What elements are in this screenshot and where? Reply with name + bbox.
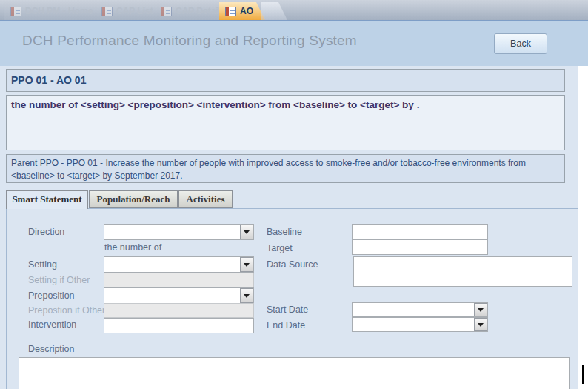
static-the-number-of: the number of [104, 242, 161, 253]
end-date-dropdown-button[interactable] [474, 318, 487, 331]
tab-activities[interactable]: Activities [178, 190, 233, 208]
page-title: DCH Performance Monitoring and Reporting… [22, 33, 357, 49]
direction-label: Direction [28, 227, 64, 237]
window-background [578, 66, 588, 389]
form-icon [161, 7, 172, 16]
form-header: DCH Performance Monitoring and Reporting… [0, 21, 588, 66]
setting-if-other-field [104, 273, 254, 287]
text-cursor-artifact [582, 365, 584, 384]
intervention-field[interactable] [104, 318, 254, 333]
document-tab-bar: DCH PM - Home CAP List CAP Details AO [0, 0, 588, 21]
record-id-box: PPO 01 - AO 01 [6, 69, 565, 92]
intervention-label: Intervention [28, 319, 76, 330]
chevron-down-icon [244, 263, 250, 267]
tab-smart-statement[interactable]: Smart Statement [6, 190, 88, 209]
setting-combobox[interactable] [104, 256, 254, 273]
preposition-input[interactable] [104, 288, 239, 303]
form-icon [225, 7, 236, 16]
start-date-input[interactable] [353, 303, 473, 316]
form-icon [10, 7, 21, 16]
smart-statement-box: the number of <setting> <preposition> <i… [6, 95, 565, 150]
doc-tab-label: AO [240, 6, 253, 16]
preposition-combobox[interactable] [104, 287, 254, 304]
doc-tab-label: CAP List [116, 6, 153, 16]
end-date-label: End Date [267, 320, 305, 330]
data-source-label: Data Source [267, 259, 318, 270]
start-date-label: Start Date [267, 305, 308, 315]
preposition-dropdown-button[interactable] [240, 288, 253, 303]
end-date-combobox[interactable] [352, 317, 488, 332]
direction-dropdown-button[interactable] [240, 225, 253, 239]
doc-tab-label: DCH PM - Home [25, 6, 93, 16]
doc-tab-cap-list[interactable]: CAP List [96, 2, 165, 20]
setting-label: Setting [28, 259, 57, 270]
chevron-down-icon [478, 323, 484, 327]
doc-tab-dch-pm-home[interactable]: DCH PM - Home [4, 2, 104, 20]
setting-if-other-label: Setting if Other [28, 275, 90, 285]
tab-population-reach[interactable]: Population/Reach [89, 190, 178, 208]
form-icon [101, 7, 113, 16]
chevron-down-icon [478, 308, 484, 312]
doc-tab-ao[interactable]: AO [219, 2, 265, 20]
end-date-input[interactable] [353, 318, 473, 331]
description-field[interactable] [19, 357, 570, 389]
prepostion-if-other-field [104, 303, 254, 318]
doc-tab-label: CAP Details [176, 6, 226, 16]
prepostion-if-other-label: Prepostion if Other [28, 305, 105, 316]
baseline-field[interactable] [352, 224, 488, 239]
description-label: Description [28, 344, 75, 354]
setting-dropdown-button[interactable] [240, 257, 253, 272]
start-date-dropdown-button[interactable] [474, 303, 487, 316]
data-source-field[interactable] [353, 256, 572, 287]
setting-input[interactable] [104, 257, 239, 272]
baseline-label: Baseline [267, 227, 302, 237]
start-date-combobox[interactable] [352, 302, 488, 317]
direction-input[interactable] [104, 225, 239, 239]
chevron-down-icon [244, 230, 250, 234]
back-button[interactable]: Back [494, 33, 547, 54]
target-label: Target [267, 243, 293, 253]
tab-strip-edge [261, 2, 287, 20]
parent-ppo-box: Parent PPO - PPO 01 - Increase the numbe… [6, 154, 565, 183]
preposition-label: Preposition [28, 290, 75, 301]
target-field[interactable] [352, 239, 488, 255]
chevron-down-icon [244, 294, 250, 298]
direction-combobox[interactable] [104, 224, 254, 240]
